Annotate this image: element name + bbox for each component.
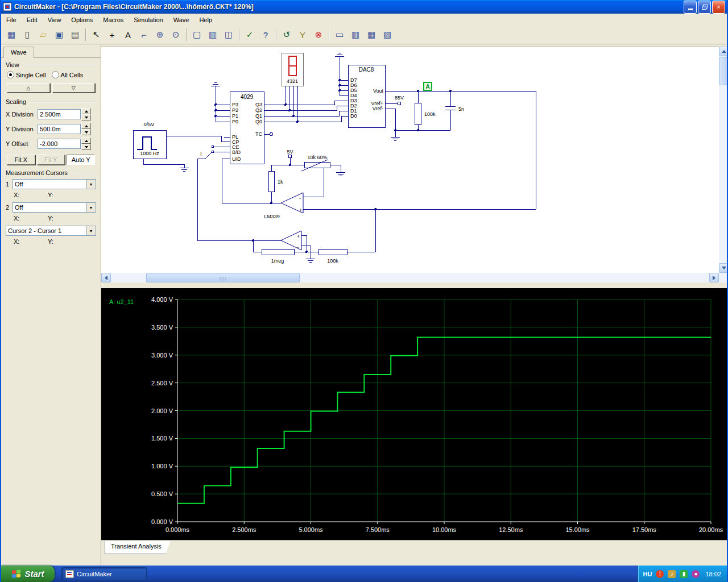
- schematic-vertical-scrollbar[interactable]: [719, 47, 728, 273]
- supply-5v[interactable]: [288, 155, 292, 165]
- resistor-100k-fb[interactable]: [307, 209, 375, 255]
- zoom-in-icon[interactable]: ⊕: [152, 27, 167, 42]
- y-division-spin-up[interactable]: [81, 123, 91, 129]
- tab-wave[interactable]: Wave: [3, 47, 34, 58]
- fit-y-button[interactable]: Fit Y: [37, 155, 65, 165]
- fit-x-button[interactable]: Fit X: [7, 155, 35, 165]
- schematic-horizontal-scrollbar[interactable]: ||||: [101, 273, 719, 282]
- x-division-input[interactable]: [38, 109, 81, 119]
- reset-icon[interactable]: ↺: [279, 27, 294, 42]
- menu-macros[interactable]: Macros: [98, 15, 129, 25]
- cursor1-dropdown-icon[interactable]: ▼: [86, 180, 96, 189]
- open-folder-icon[interactable]: ▱: [36, 27, 51, 42]
- minimize-button[interactable]: [684, 1, 697, 14]
- digital-option-2-icon[interactable]: ▥: [348, 27, 363, 42]
- help-icon[interactable]: ?: [258, 27, 273, 42]
- menu-help[interactable]: Help: [194, 15, 217, 25]
- scroll-down-button[interactable]: [719, 263, 728, 273]
- split-view-icon[interactable]: ◫: [221, 27, 236, 42]
- scroll-up-button[interactable]: [719, 47, 728, 56]
- volume-icon[interactable]: ♪: [668, 570, 676, 578]
- scroll-right-button[interactable]: [709, 273, 719, 282]
- app-icon: [3, 2, 12, 11]
- y-offset-spin-down[interactable]: [81, 144, 91, 150]
- cursor1-select[interactable]: Off ▼: [13, 179, 96, 189]
- ground-comp2[interactable]: [306, 259, 315, 262]
- restore-button[interactable]: [698, 1, 711, 14]
- menu-simulation[interactable]: Simulation: [129, 15, 168, 25]
- y-offset-spin-up[interactable]: [81, 138, 91, 144]
- close-button[interactable]: ×: [712, 1, 725, 14]
- messenger-icon[interactable]: ●: [692, 570, 700, 578]
- waveform-plot[interactable]: 0.000ms2.500ms5.000ms7.500ms10.00ms12.50…: [101, 288, 728, 540]
- pulse-source[interactable]: [133, 130, 221, 168]
- all-cells-radio-circle[interactable]: [52, 71, 59, 78]
- vertical-scroll-thumb[interactable]: [719, 57, 728, 85]
- board-icon[interactable]: ▦: [4, 27, 19, 42]
- y-tick-label: 4.000 V: [151, 296, 173, 303]
- move-down-button[interactable]: ▽: [52, 83, 96, 93]
- pin-p1: P1: [232, 113, 238, 119]
- digital-option-4-icon[interactable]: ▧: [380, 27, 395, 42]
- all-cells-radio[interactable]: All Cells: [52, 71, 84, 78]
- resistor-1k-label: 1k: [278, 179, 283, 185]
- save-icon[interactable]: ▣: [52, 27, 67, 42]
- bus-wires[interactable]: [264, 101, 348, 122]
- taskbar-clock[interactable]: 18:02: [705, 571, 721, 577]
- cursor-diff-dropdown-icon[interactable]: ▼: [86, 226, 96, 235]
- updown-switch[interactable]: [197, 146, 214, 240]
- tab-transient-analysis[interactable]: Transient Analysis: [105, 541, 171, 554]
- single-cell-radio-circle[interactable]: [7, 71, 14, 78]
- y-division-spin-down[interactable]: [81, 129, 91, 135]
- text-tool-icon[interactable]: A: [121, 27, 135, 42]
- auto-y-button[interactable]: Auto Y: [67, 155, 95, 165]
- language-indicator[interactable]: HU: [643, 571, 652, 577]
- capacitor-5n[interactable]: [445, 91, 456, 130]
- ground-pot[interactable]: [336, 172, 345, 176]
- new-file-icon[interactable]: ▯: [20, 27, 35, 42]
- menu-wave[interactable]: Wave: [168, 15, 195, 25]
- print-icon[interactable]: ▤: [68, 27, 82, 42]
- menu-view[interactable]: View: [43, 15, 67, 25]
- ground-source[interactable]: [180, 168, 189, 171]
- x-division-spin-up[interactable]: [81, 108, 91, 114]
- run-simulation-icon[interactable]: ✓: [242, 27, 257, 42]
- schematic-canvas[interactable]: 4321 4029 P3 P2 P1 P0 PL CP CE B/D U/D Q…: [101, 47, 719, 273]
- menu-file[interactable]: File: [1, 15, 22, 25]
- probe-tool-icon[interactable]: Y: [295, 27, 310, 42]
- security-shield-icon[interactable]: !: [656, 570, 664, 578]
- dac8[interactable]: [340, 65, 536, 130]
- display-wires[interactable]: [286, 86, 297, 122]
- sheet-icon[interactable]: ▥: [205, 27, 220, 42]
- menu-edit[interactable]: Edit: [22, 15, 43, 25]
- cursor-arrow-icon[interactable]: ↖: [89, 27, 104, 42]
- resistor-1meg[interactable]: [262, 249, 307, 255]
- scroll-left-button[interactable]: [101, 273, 111, 282]
- ground-dac[interactable]: [335, 53, 344, 95]
- horizontal-scroll-thumb[interactable]: ||||: [146, 273, 300, 282]
- digital-option-3-icon[interactable]: ▦: [364, 27, 379, 42]
- single-cell-radio[interactable]: Single Cell: [7, 71, 46, 78]
- stop-icon[interactable]: ⊗: [311, 27, 326, 42]
- zoom-page-icon[interactable]: ▢: [189, 27, 204, 42]
- y-division-input[interactable]: [38, 124, 81, 134]
- potentiometer-10k[interactable]: [301, 160, 341, 197]
- menu-options[interactable]: Options: [66, 15, 98, 25]
- ground-vref[interactable]: [391, 137, 400, 140]
- x-division-spin-down[interactable]: [81, 114, 91, 120]
- trace-label[interactable]: A: u2_11: [109, 298, 134, 305]
- magnifier-icon[interactable]: ⊙: [168, 27, 183, 42]
- digital-option-1-icon[interactable]: ▭: [332, 27, 347, 42]
- y-offset-input[interactable]: [38, 139, 81, 149]
- start-button[interactable]: Start: [1, 566, 55, 582]
- safely-remove-icon[interactable]: ▮: [680, 570, 688, 578]
- move-up-button[interactable]: △: [7, 83, 50, 93]
- cursor-diff-select[interactable]: Cursor 2 - Cursor 1 ▼: [6, 226, 96, 236]
- comparator-lm339[interactable]: [281, 91, 536, 213]
- cursor2-dropdown-icon[interactable]: ▼: [86, 203, 96, 212]
- plus-tool-icon[interactable]: +: [105, 27, 119, 42]
- task-button-circuitmaker[interactable]: CircuitMaker: [61, 567, 147, 580]
- wire-tool-icon[interactable]: ⌐: [136, 27, 151, 42]
- counter-4029[interactable]: [214, 92, 273, 164]
- cursor2-select[interactable]: Off ▼: [13, 202, 96, 213]
